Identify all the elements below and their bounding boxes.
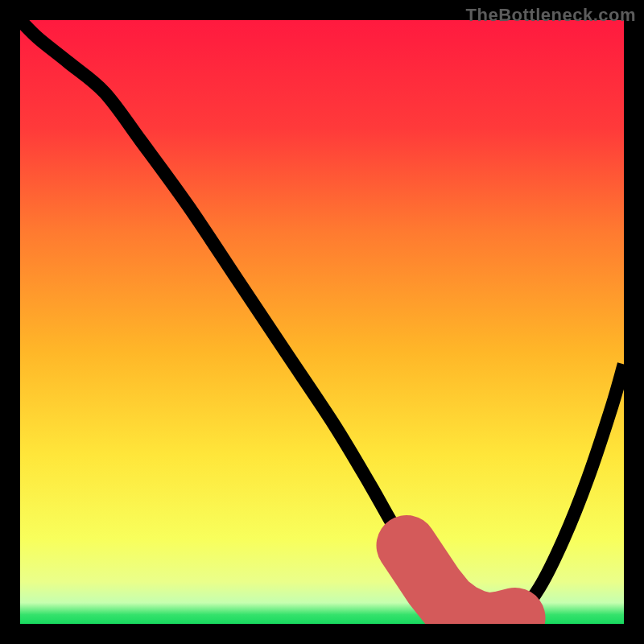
optimal-range-marker [407, 546, 515, 624]
chart-overlay [20, 20, 624, 624]
bottleneck-curve [20, 20, 624, 624]
watermark-text: TheBottleneck.com [466, 5, 636, 26]
plot-area [20, 20, 624, 624]
chart-stage: TheBottleneck.com [0, 0, 644, 644]
